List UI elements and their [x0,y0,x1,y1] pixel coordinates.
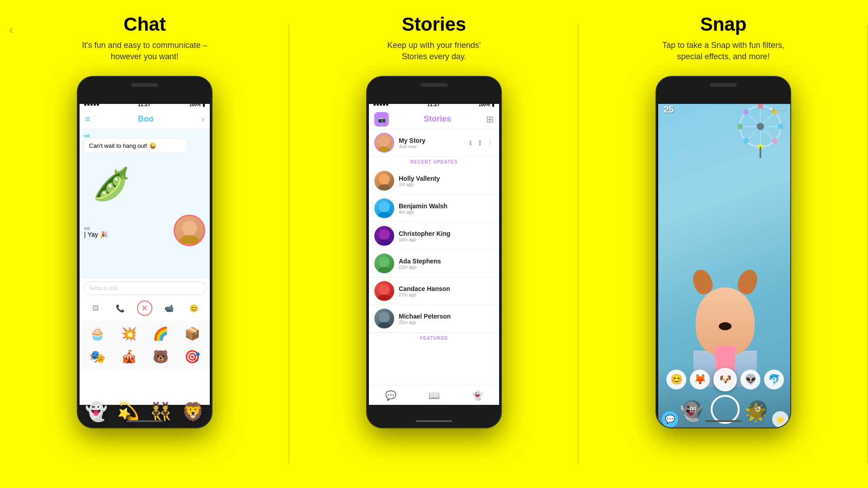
svg-point-1 [179,235,199,244]
ghost-row: 👻 💫 👯 🦁 [78,396,212,427]
chat-input-area: Send a chat 🖼 📞 ✕ 📹 😊 [80,278,210,320]
chat-phone: 11:27 100% ▮ ≡ Boo › ME Can't wait to ha… [77,76,212,428]
shutter-button[interactable] [711,395,740,424]
holly-info: Holly Vallenty 1m ago [399,175,494,187]
svg-point-10 [378,239,391,245]
sticker-7[interactable]: 🐻 [146,346,175,367]
sticker-3[interactable]: 🌈 [146,323,175,344]
filter-cute[interactable]: 😊 [666,370,686,389]
cancel-button[interactable]: ✕ [137,300,152,316]
home-bar-3[interactable] [705,420,741,422]
svg-point-29 [743,138,749,144]
stories-battery: 100% [478,102,490,107]
stories-header: 📷 Stories ⊞ [369,109,499,129]
svg-point-4 [378,146,391,152]
christopher-time: 14m ago [399,237,494,242]
story-michael[interactable]: Michael Peterson 31m ago [369,305,499,333]
video-button[interactable]: 📹 [161,300,177,316]
battery-icon: ▮ [203,102,205,107]
svg-point-3 [379,136,390,147]
status-time: 11:27 [138,102,151,107]
filter-dog-active[interactable]: 🐶 [713,368,737,391]
ghost-4: 🦁 [182,401,204,422]
story-ada[interactable]: Ada Stephens 22m ago [369,250,499,277]
chat-chevron-left[interactable]: ‹ [9,23,13,37]
holly-time: 1m ago [399,182,494,187]
stories-status-right: 100% ▮ [478,102,495,107]
flip-icon[interactable]: ↔ [778,104,787,114]
memories-btn[interactable]: ⊞ [684,400,702,418]
chat-header: ≡ Boo › [80,109,210,129]
menu-icon[interactable]: ≡ [85,114,90,124]
more-icon[interactable]: ⋮ [486,139,494,147]
svg-point-16 [378,322,391,328]
christopher-name: Christopher King [399,230,494,237]
my-story-actions: ⬇ ⬆ ⋮ [467,139,494,147]
benjamin-avatar [374,198,394,218]
dog-nose [719,322,731,330]
story-candace[interactable]: Candace Hanson 27m ago [369,277,499,305]
message-from: ME Can't wait to hang out! 😜 [84,134,205,153]
benjamin-name: Benjamin Walsh [399,202,494,210]
home-bar[interactable] [127,420,163,422]
recent-updates-label: RECENT UPDATES [369,157,499,167]
filter-dolphin[interactable]: 🐬 [764,370,784,389]
download-icon[interactable]: ⬇ [467,139,473,147]
chat-input-bar[interactable]: Send a chat [83,282,206,295]
phone-call-button[interactable]: 📞 [113,300,128,316]
michael-info: Michael Peterson 31m ago [399,313,494,325]
my-story-avatar [374,133,394,153]
my-story-info: My Story Just now [399,137,463,149]
chat-panel: ‹ Chat It's fun and easy to communicate … [0,0,289,488]
emoji-button[interactable]: 😊 [186,300,202,316]
nav-stories-icon[interactable]: 📖 [429,390,440,401]
story-christopher[interactable]: Christopher King 14m ago [369,222,499,250]
stories-battery-icon: ▮ [492,102,495,107]
ghost-3: 👯 [150,401,172,422]
candace-info: Candace Hanson 27m ago [399,285,494,297]
stories-phone: 11:27 100% ▮ 📷 Stories ⊞ [366,76,502,428]
my-story-item[interactable]: My Story Just now ⬇ ⬆ ⋮ [369,129,499,157]
christopher-info: Christopher King 14m ago [399,230,494,242]
brightness-icon[interactable]: ☀ [768,104,775,114]
svg-point-6 [378,184,391,190]
sticker-5[interactable]: 🎭 [82,346,112,367]
sticker-4[interactable]: 📦 [177,323,207,344]
share-icon[interactable]: ⬆ [477,139,483,147]
michael-time: 31m ago [399,320,494,325]
nav-snap-icon[interactable]: 👻 [472,390,483,401]
camera-icon[interactable]: 📷 [374,112,389,127]
snap-filters-row: 😊 🦊 🐶 👽 🐬 [666,368,784,391]
sticker-tray: 🧁 💥 🌈 📦 🎭 🎪 🐻 🎯 [80,320,210,370]
stories-screen-title: Stories [424,114,451,124]
signal-dots [84,103,99,106]
me-label: ME [84,226,108,231]
outgoing-message-row: ME | Yay 🎉 [84,215,205,246]
my-story-name: My Story [399,137,463,144]
filter-alien[interactable]: 👽 [741,370,760,389]
left-ear [690,267,715,296]
svg-point-13 [379,284,390,295]
phone-speaker-3 [710,83,737,87]
story-holly[interactable]: Holly Vallenty 1m ago [369,167,499,195]
sticker-2[interactable]: 💥 [114,323,144,344]
flip-camera-btn[interactable]: ↺ [749,400,767,418]
home-bar-2[interactable] [416,420,452,422]
story-benjamin[interactable]: Benjamin Walsh 4m ago [369,195,499,222]
chat-forward-icon[interactable]: › [201,114,204,124]
sticker-1[interactable]: 🧁 [82,323,112,344]
stories-title: Stories [402,14,466,35]
candace-name: Candace Hanson [399,285,494,292]
sticker-8[interactable]: 🎯 [177,346,207,367]
snap-timer: 25 [664,104,674,115]
incoming-message: Can't wait to hang out! 😜 [84,138,187,153]
bottom-nav: 💬 📖 👻 [369,385,499,405]
filter-fox[interactable]: 🦊 [690,370,710,389]
grid-icon[interactable]: ⊞ [486,114,494,125]
holly-name: Holly Vallenty [399,175,494,182]
sticker-6[interactable]: 🎪 [114,346,144,367]
stories-subtitle: Keep up with your friends'Stories every … [387,40,481,62]
image-button[interactable]: 🖼 [88,300,103,316]
chat-title: Chat [123,14,165,35]
nav-chat-icon[interactable]: 💬 [385,390,396,401]
